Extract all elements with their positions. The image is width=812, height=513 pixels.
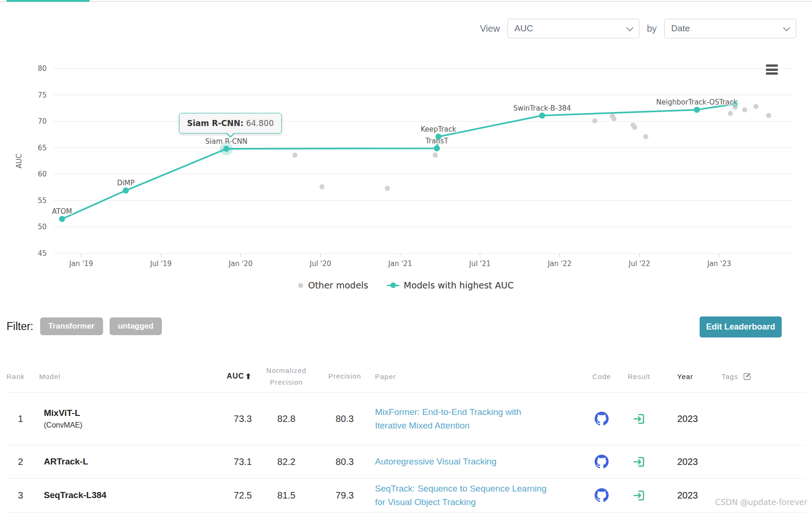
sort-up-icon: ⬆: [245, 372, 252, 381]
header-model: Model: [35, 372, 207, 380]
filter-label: Filter:: [7, 320, 34, 333]
svg-text:45: 45: [38, 249, 47, 258]
github-icon[interactable]: [595, 412, 609, 426]
year-value: 2023: [658, 414, 709, 424]
table-header-row: Rank Model AUC⬆ Normalized Precision Pre…: [7, 360, 805, 393]
highest-auc-point[interactable]: [694, 107, 700, 113]
svg-text:ATOM: ATOM: [52, 207, 72, 216]
watermark: CSDN @update-forever: [715, 498, 807, 507]
header-result: Result: [620, 372, 658, 380]
auc-value: 72.5: [207, 490, 258, 501]
rank-value: 3: [18, 490, 23, 501]
other-model-point[interactable]: [292, 153, 298, 158]
gray-dot-icon: [298, 283, 303, 288]
svg-text:Jan '23: Jan '23: [707, 260, 731, 268]
legend-label: Other models: [308, 280, 368, 290]
legend-item-other-models[interactable]: Other models: [298, 280, 368, 290]
tooltip-model-name: Siam R-CNN:: [187, 119, 243, 128]
svg-text:AUC: AUC: [15, 154, 23, 169]
paper-link[interactable]: SeqTrack: Sequence to Sequence Learning …: [375, 482, 555, 509]
auc-value: 73.3: [207, 414, 258, 424]
header-rank: Rank: [7, 372, 35, 380]
github-icon[interactable]: [595, 455, 609, 469]
highest-auc-point[interactable]: [436, 134, 442, 140]
svg-text:SwinTrack-B-384: SwinTrack-B-384: [513, 104, 571, 112]
svg-text:NeighborTrack-OSTrack: NeighborTrack-OSTrack: [656, 98, 737, 106]
filter-tag-untagged[interactable]: untagged: [110, 317, 162, 335]
highest-auc-point[interactable]: [123, 188, 129, 194]
normalized-precision-value: 82.2: [258, 457, 314, 467]
other-model-point[interactable]: [433, 153, 438, 158]
header-normalized-precision: Normalized Precision: [258, 365, 314, 388]
other-model-point[interactable]: [753, 104, 758, 109]
other-model-point[interactable]: [592, 118, 597, 123]
svg-text:55: 55: [38, 197, 47, 205]
svg-text:KeepTrack: KeepTrack: [421, 125, 457, 134]
chart-context-menu-icon[interactable]: [766, 63, 779, 76]
model-name: SeqTrack-L384: [44, 490, 207, 500]
header-auc-sort[interactable]: AUC⬆: [207, 372, 258, 381]
model-name: ARTrack-L: [44, 457, 207, 467]
header-paper: Paper: [375, 372, 583, 380]
model-name: MixViT-L: [44, 408, 207, 418]
teal-line-dot-icon: [387, 282, 399, 288]
auc-value: 73.1: [207, 457, 258, 467]
result-signin-icon[interactable]: [633, 413, 645, 425]
svg-text:60: 60: [38, 170, 47, 178]
svg-text:Jul '19: Jul '19: [150, 260, 172, 268]
other-model-point[interactable]: [643, 134, 648, 139]
result-signin-icon[interactable]: [633, 456, 645, 468]
other-model-point[interactable]: [728, 111, 733, 116]
highest-auc-point[interactable]: [434, 145, 440, 151]
github-icon[interactable]: [595, 488, 609, 502]
filter-row: Filter: Transformer untagged: [7, 317, 162, 335]
svg-text:50: 50: [38, 223, 47, 231]
highest-auc-point[interactable]: [59, 216, 65, 222]
svg-text:Jul '21: Jul '21: [469, 260, 491, 268]
model-cell: MixViT-L (ConvMAE): [35, 408, 207, 429]
table-row: 2 ARTrack-L 73.1 82.2 80.3 Autoregressiv…: [7, 445, 805, 478]
chart-legend: Other models Models with highest AUC: [0, 280, 812, 290]
svg-text:DiMP: DiMP: [117, 179, 135, 187]
precision-value: 80.3: [314, 457, 375, 467]
normalized-precision-value: 81.5: [258, 490, 314, 501]
legend-item-highest-auc[interactable]: Models with highest AUC: [387, 280, 514, 290]
svg-text:Jul '22: Jul '22: [628, 260, 650, 268]
edit-leaderboard-button[interactable]: Edit Leaderboard: [700, 316, 782, 337]
precision-value: 80.3: [314, 414, 375, 424]
svg-text:Jan '22: Jan '22: [547, 260, 571, 268]
year-value: 2023: [658, 490, 709, 501]
svg-text:65: 65: [38, 144, 47, 152]
leaderboard-table: Rank Model AUC⬆ Normalized Precision Pre…: [7, 360, 805, 513]
model-cell: ARTrack-L: [35, 457, 207, 467]
normalized-precision-value: 82.8: [258, 414, 314, 424]
highest-auc-point[interactable]: [732, 101, 738, 107]
paper-link[interactable]: MixFormer: End-to-End Tracking with Iter…: [375, 405, 555, 433]
precision-value: 79.3: [314, 490, 375, 501]
edit-tags-icon[interactable]: [743, 372, 751, 380]
highest-auc-point[interactable]: [223, 146, 229, 152]
header-year: Year: [658, 372, 709, 380]
other-model-point[interactable]: [742, 107, 747, 112]
chart-tooltip: Siam R-CNN: 64.800: [179, 113, 282, 134]
highest-auc-point[interactable]: [539, 112, 545, 119]
model-cell: SeqTrack-L384: [35, 490, 207, 500]
paper-link[interactable]: Autoregressive Visual Tracking: [375, 455, 555, 468]
other-model-point[interactable]: [766, 113, 771, 118]
header-auc-label: AUC: [227, 372, 244, 380]
svg-text:75: 75: [38, 91, 47, 99]
result-signin-icon[interactable]: [633, 489, 645, 502]
other-model-point[interactable]: [319, 184, 325, 190]
svg-text:70: 70: [38, 117, 47, 126]
svg-text:80: 80: [38, 64, 47, 73]
svg-text:Jan '19: Jan '19: [69, 260, 93, 268]
table-row: 3 SeqTrack-L384 72.5 81.5 79.3 SeqTrack:…: [7, 478, 805, 513]
other-model-point[interactable]: [611, 116, 617, 121]
other-model-point[interactable]: [385, 186, 390, 191]
filter-tag-transformer[interactable]: Transformer: [40, 317, 103, 335]
svg-text:Jan '21: Jan '21: [388, 260, 412, 268]
auc-over-time-chart[interactable]: 8075706560555045AUCJan '19Jul '19Jan '20…: [0, 0, 812, 280]
other-model-point[interactable]: [632, 125, 637, 130]
svg-text:Jan '20: Jan '20: [228, 260, 252, 268]
header-precision: Precision: [314, 370, 375, 382]
